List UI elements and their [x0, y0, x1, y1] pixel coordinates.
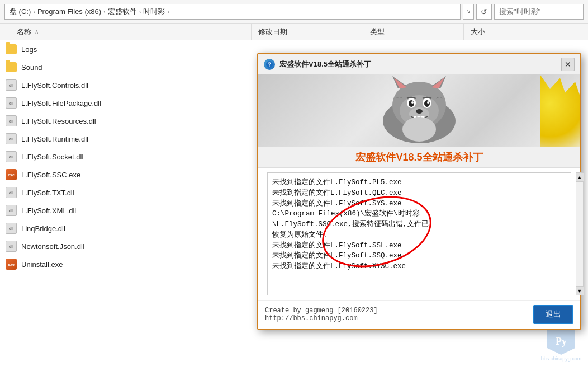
list-item[interactable]: dll L.FlySoft.TXT.dll [0, 184, 252, 201]
file-name: Newtonsoft.Json.dll [21, 242, 84, 251]
dialog-log[interactable]: 未找到指定的文件L.FlySoft.PL5.exe 未找到指定的文件L.FlyS… [267, 172, 571, 295]
dialog-subtitle: 宏盛软件V18.5全站通杀补丁 [258, 147, 580, 168]
address-part-shishicai[interactable]: 时时彩 [143, 7, 165, 17]
svg-point-13 [411, 101, 414, 104]
dll-icon: dll [6, 205, 17, 216]
watermark: Py bbs.chinapyg.com [539, 328, 584, 362]
banner-spikes [480, 74, 580, 147]
file-name: Logs [21, 45, 37, 54]
list-item[interactable]: dll L.FlySoft.Runtime.dll [0, 130, 252, 148]
dll-icon: dll [6, 79, 17, 91]
dll-icon: dll [6, 187, 17, 198]
folder-icon [6, 62, 17, 72]
refresh-button[interactable]: ↺ [476, 4, 492, 20]
col-header-date[interactable]: 修改日期 [252, 24, 363, 40]
log-container: 未找到指定的文件L.FlySoft.PL5.exe 未找到指定的文件L.FlyS… [263, 172, 576, 295]
svg-point-17 [402, 117, 436, 142]
sep1: › [33, 8, 35, 15]
scrollbar[interactable]: ▲ ▼ [576, 172, 584, 295]
dll-icon: dll [6, 133, 17, 144]
exe-icon: exe [6, 259, 17, 270]
col-header-type[interactable]: 类型 [363, 24, 464, 40]
dll-icon: dll [6, 151, 17, 162]
file-name: L.FlySoft.Runtime.dll [21, 135, 88, 143]
file-name: L.FlySoft.Controls.dll [21, 81, 88, 90]
address-part-programfiles[interactable]: Program Files (x86) [37, 7, 101, 16]
footer-line1: Create by gagmeng [20160223] [265, 307, 529, 315]
dialog-close-button[interactable]: ✕ [561, 58, 575, 71]
column-headers: 名称 ∧ 修改日期 类型 大小 [0, 24, 588, 40]
search-input[interactable] [494, 4, 584, 20]
svg-point-1 [269, 66, 270, 67]
address-bar: 盘 (C:) › Program Files (x86) › 宏盛软件 › 时时… [0, 0, 588, 24]
folder-icon [6, 44, 17, 54]
dll-icon: dll [6, 97, 17, 109]
sep2: › [103, 8, 106, 15]
file-name: L.FlySoft.FilePackage.dll [21, 99, 101, 107]
list-item[interactable]: Sound [0, 58, 252, 76]
scroll-up-arrow[interactable]: ▲ [576, 173, 584, 182]
file-name: L.FlySoft.TXT.dll [21, 189, 74, 197]
exit-button[interactable]: 退出 [533, 305, 573, 324]
list-item[interactable]: dll L.FlySoft.FilePackage.dll [0, 94, 252, 112]
list-item[interactable]: dll L.FlySoft.Socket.dll [0, 148, 252, 166]
address-part-hongsheng[interactable]: 宏盛软件 [108, 7, 137, 17]
file-name: Uninstall.exe [21, 260, 63, 269]
sep3: › [139, 8, 141, 15]
watermark-shield: Py [547, 328, 575, 355]
address-path[interactable]: 盘 (C:) › Program Files (x86) › 宏盛软件 › 时时… [4, 4, 461, 20]
footer-info: Create by gagmeng [20160223] http://bbs.… [265, 307, 529, 322]
col-header-name[interactable]: 名称 ∧ [0, 24, 252, 40]
dll-icon: dll [6, 223, 17, 234]
file-list: Logs Sound dll L.FlySoft.Controls.dll dl… [0, 40, 252, 366]
patch-dialog: 宏盛软件V18.5全站通杀补丁 ✕ [257, 53, 581, 330]
file-name: LinqBridge.dll [21, 224, 65, 233]
dialog-footer: Create by gagmeng [20160223] http://bbs.… [258, 300, 580, 329]
explorer-window: 盘 (C:) › Program Files (x86) › 宏盛软件 › 时时… [0, 0, 588, 366]
list-item[interactable]: dll L.FlySoft.XML.dll [0, 201, 252, 219]
exe-icon: exe [6, 169, 17, 180]
file-name: L.FlySoft.Socket.dll [21, 153, 83, 161]
list-item[interactable]: dll Newtonsoft.Json.dll [0, 237, 252, 255]
scroll-down-arrow[interactable]: ▼ [576, 286, 584, 295]
file-name: L.FlySoft.Resources.dll [21, 117, 96, 125]
list-item[interactable]: dll LinqBridge.dll [0, 219, 252, 237]
log-text: 未找到指定的文件L.FlySoft.PL5.exe 未找到指定的文件L.FlyS… [272, 179, 429, 270]
dialog-titlebar: 宏盛软件V18.5全站通杀补丁 ✕ [258, 54, 580, 74]
list-item[interactable]: Logs [0, 40, 252, 58]
dll-icon: dll [6, 241, 17, 252]
dll-icon: dll [6, 115, 17, 126]
col-header-size[interactable]: 大小 [464, 24, 588, 40]
footer-line2: http://bbs.chinapyg.com [265, 315, 529, 322]
address-chevron[interactable]: ∨ [463, 4, 474, 20]
file-name: L.FlySoft.SSC.exe [21, 171, 80, 179]
watermark-py: Py [556, 336, 567, 348]
dialog-title: 宏盛软件V18.5全站通杀补丁 [279, 59, 557, 69]
watermark-text: bbs.chinapyg.com [541, 356, 582, 362]
sep4: › [167, 8, 169, 15]
list-item[interactable]: dll L.FlySoft.Controls.dll [0, 76, 252, 94]
list-item[interactable]: exe Uninstall.exe [0, 255, 252, 273]
svg-point-14 [427, 101, 429, 104]
dialog-icon [264, 59, 275, 70]
file-name: Sound [21, 63, 42, 72]
sort-arrow-icon: ∧ [35, 29, 39, 35]
address-part-drive[interactable]: 盘 (C:) [10, 7, 31, 17]
list-item[interactable]: dll L.FlySoft.Resources.dll [0, 112, 252, 130]
dialog-banner [258, 74, 580, 147]
file-name: L.FlySoft.XML.dll [21, 207, 76, 215]
svg-point-16 [416, 109, 423, 114]
list-item[interactable]: exe L.FlySoft.SSC.exe [0, 166, 252, 184]
wolf-illustration [358, 76, 481, 146]
